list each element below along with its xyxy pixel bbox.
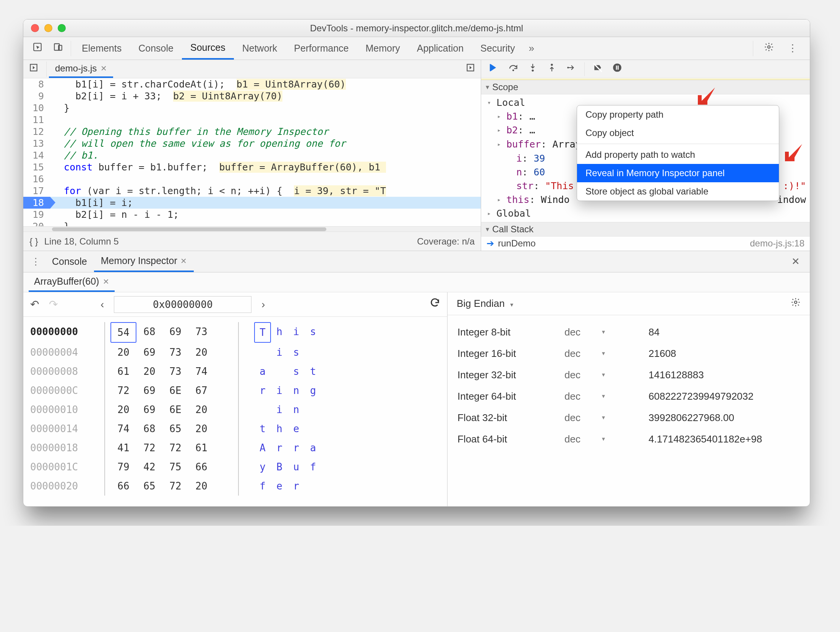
hex-row[interactable]: 0000001020696E20 in xyxy=(30,400,440,419)
main-tab-application[interactable]: Application xyxy=(409,37,472,60)
svg-rect-6 xyxy=(490,64,491,71)
code-line[interactable]: 15 const buffer = b1.buffer; buffer = Ar… xyxy=(23,161,481,173)
hex-row[interactable]: 0000000420697320 is xyxy=(30,343,440,362)
inspect-element-icon[interactable] xyxy=(27,42,48,55)
code-line[interactable]: 19 b2[i] = n - i - 1; xyxy=(23,209,481,220)
scope-global-row[interactable]: ▸Global xyxy=(487,207,810,220)
step-icon[interactable] xyxy=(562,63,581,75)
file-tab-label: demo-js.js xyxy=(55,63,97,74)
code-line[interactable]: 8 b1[i] = str.charCodeAt(i); b1 = Uint8A… xyxy=(23,78,481,90)
step-out-icon[interactable] xyxy=(543,63,561,75)
drawer-tab-console[interactable]: Console xyxy=(45,251,94,272)
callstack-row[interactable]: ➔runDemo demo-js.js:18 xyxy=(481,237,810,250)
hex-row[interactable]: 0000000054686973This xyxy=(30,322,440,343)
pretty-print-icon[interactable]: { } xyxy=(29,236,38,247)
code-line[interactable]: 17 for (var i = str.length; i < n; ++i) … xyxy=(23,185,481,197)
minimize-window-button[interactable] xyxy=(44,24,52,32)
deactivate-breakpoints-icon[interactable] xyxy=(589,63,607,75)
cursor-position: Line 18, Column 5 xyxy=(44,236,119,247)
history-back-icon[interactable]: ↶ xyxy=(30,298,39,311)
refresh-icon[interactable] xyxy=(430,298,440,311)
step-into-icon[interactable] xyxy=(524,63,542,75)
svg-point-7 xyxy=(512,70,514,71)
drawer-menu-icon[interactable]: ⋮ xyxy=(26,256,45,267)
hex-row[interactable]: 0000000861207374a st xyxy=(30,362,440,381)
svg-point-3 xyxy=(768,46,770,49)
value-table: Integer 8-bitdec84Integer 16-bitdec21608… xyxy=(448,315,810,456)
svg-point-14 xyxy=(795,301,797,304)
scope-section-header[interactable]: Scope xyxy=(481,80,810,94)
inspector-buffer-tab[interactable]: ArrayBuffer(60) ✕ xyxy=(29,272,115,292)
code-line[interactable]: 14 // b1. xyxy=(23,149,481,161)
pause-on-exceptions-icon[interactable] xyxy=(608,63,626,75)
step-over-icon[interactable] xyxy=(504,62,522,76)
code-line[interactable]: 12 // Opening this buffer in the Memory … xyxy=(23,126,481,138)
address-input[interactable]: 0x00000000 xyxy=(114,296,251,313)
format-select[interactable]: dec xyxy=(564,364,649,386)
history-forward-icon[interactable]: ↷ xyxy=(49,298,58,311)
ctx-menu-item[interactable]: Copy property path xyxy=(577,105,779,124)
ctx-menu-item[interactable]: Store object as global variable xyxy=(577,182,779,201)
main-tab-console[interactable]: Console xyxy=(130,37,182,60)
ctx-menu-item[interactable]: Reveal in Memory Inspector panel xyxy=(577,164,779,182)
coverage-status: Coverage: n/a xyxy=(417,236,475,247)
code-line[interactable]: 9 b2[i] = i + 33; b2 = Uint8Array(70) xyxy=(23,90,481,102)
drawer-close-icon[interactable]: ✕ xyxy=(785,256,807,267)
hex-row[interactable]: 0000001474686520the xyxy=(30,419,440,438)
address-next-icon[interactable]: › xyxy=(261,298,265,311)
hex-row[interactable]: 0000002066657220fer xyxy=(30,476,440,496)
main-tab-strip: ElementsConsoleSourcesNetworkPerformance… xyxy=(23,37,810,60)
code-line[interactable]: 16 xyxy=(23,173,481,185)
code-editor[interactable]: 8 b1[i] = str.charCodeAt(i); b1 = Uint8A… xyxy=(23,78,481,226)
address-prev-icon[interactable]: ‹ xyxy=(101,298,104,311)
close-buffer-tab-icon[interactable]: ✕ xyxy=(103,277,109,286)
value-settings-gear-icon[interactable] xyxy=(791,297,801,310)
main-tab-sources[interactable]: Sources xyxy=(182,37,234,60)
value-row: Float 64-bitdec4.171482365401182e+98 xyxy=(457,428,800,450)
code-line[interactable]: 10 } xyxy=(23,102,481,114)
callstack-section-header[interactable]: Call Stack xyxy=(481,222,810,237)
main-tab-elements[interactable]: Elements xyxy=(73,37,130,60)
hex-table[interactable]: 0000000054686973This0000000420697320 is … xyxy=(23,317,447,501)
format-select[interactable]: dec xyxy=(564,428,649,450)
hex-row[interactable]: 0000001C79427566yBuf xyxy=(30,457,440,476)
zoom-window-button[interactable] xyxy=(58,24,66,32)
drawer-tab-memory-inspector[interactable]: Memory Inspector ✕ xyxy=(94,251,194,272)
resume-icon[interactable] xyxy=(484,62,503,76)
main-tab-network[interactable]: Network xyxy=(234,37,286,60)
close-window-button[interactable] xyxy=(31,24,39,32)
hex-row[interactable]: 0000001841727261Arra xyxy=(30,438,440,457)
hex-view: ↶ ↷ ‹ 0x00000000 › 0000000054686973This0… xyxy=(23,292,448,506)
editor-horizontal-scrollbar[interactable] xyxy=(23,226,481,232)
hex-row[interactable]: 0000000C72696E67ring xyxy=(30,381,440,400)
svg-point-11 xyxy=(613,63,621,72)
main-tab-performance[interactable]: Performance xyxy=(285,37,357,60)
format-select[interactable]: dec xyxy=(564,407,649,428)
code-line[interactable]: 11 xyxy=(23,114,481,126)
ctx-menu-item[interactable]: Copy object xyxy=(577,124,779,142)
device-toggle-icon[interactable] xyxy=(48,42,68,55)
ctx-menu-item[interactable]: Add property path to watch xyxy=(577,146,779,164)
kebab-menu-icon[interactable]: ⋮ xyxy=(782,42,803,54)
code-line[interactable]: 18 b1[i] = i; xyxy=(23,197,481,209)
settings-gear-icon[interactable] xyxy=(759,42,779,55)
main-tab-security[interactable]: Security xyxy=(472,37,523,60)
window-title: DevTools - memory-inspector.glitch.me/de… xyxy=(23,23,810,34)
format-select[interactable]: dec xyxy=(564,321,649,343)
file-tab[interactable]: demo-js.js ✕ xyxy=(49,60,113,78)
more-editor-options-icon[interactable] xyxy=(460,63,481,75)
format-select[interactable]: dec xyxy=(564,386,649,407)
code-line[interactable]: 20 } xyxy=(23,220,481,226)
svg-point-9 xyxy=(551,64,553,66)
more-tabs-icon[interactable]: » xyxy=(523,42,539,54)
code-line[interactable]: 13 // will open the same view as for ope… xyxy=(23,138,481,149)
editor-status-bar: { } Line 18, Column 5 Coverage: n/a xyxy=(23,232,481,251)
file-navigator-icon[interactable] xyxy=(23,63,44,75)
main-tab-memory[interactable]: Memory xyxy=(357,37,408,60)
format-select[interactable]: dec xyxy=(564,343,649,364)
editor-pane: demo-js.js ✕ 8 b1[i] = str.charCodeAt(i)… xyxy=(23,60,481,251)
debugger-toolbar xyxy=(481,60,810,78)
endian-select[interactable]: Big Endian ▾ xyxy=(457,298,513,310)
close-file-tab-icon[interactable]: ✕ xyxy=(101,64,107,73)
drawer-tab-strip: ⋮ ConsoleMemory Inspector ✕ ✕ xyxy=(23,251,810,272)
